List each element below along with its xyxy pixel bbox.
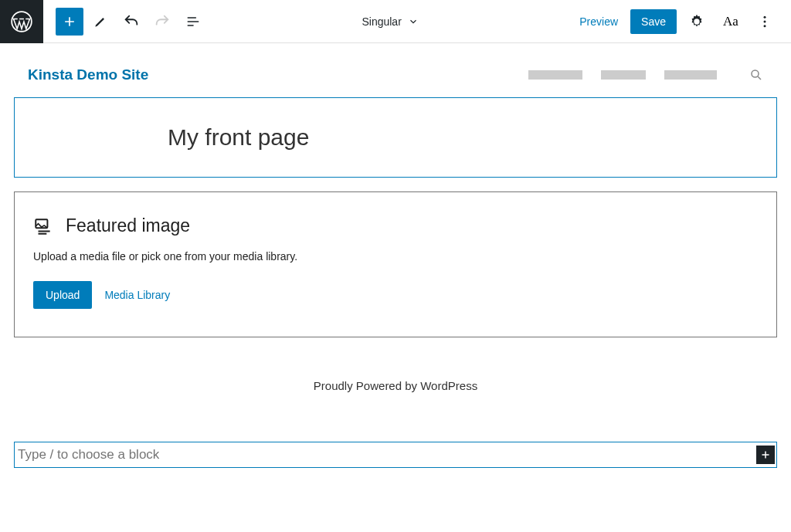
upload-button[interactable]: Upload (33, 281, 92, 309)
appender-add-button[interactable] (756, 446, 775, 464)
plus-icon (62, 14, 77, 29)
add-block-button[interactable] (56, 8, 83, 36)
edit-tool-button[interactable] (87, 8, 114, 36)
gear-icon (688, 13, 705, 30)
featured-image-icon (33, 216, 53, 236)
nav-placeholder-item (664, 70, 717, 80)
wordpress-logo-icon (11, 11, 32, 32)
block-appender[interactable]: Type / to choose a block (14, 442, 777, 468)
settings-button[interactable] (683, 8, 711, 36)
page-title[interactable]: My front page (168, 124, 762, 151)
svg-point-4 (752, 70, 759, 77)
plus-icon (759, 448, 772, 462)
list-view-button[interactable] (179, 8, 207, 36)
navigation-placeholder[interactable] (528, 68, 763, 82)
svg-point-2 (764, 20, 766, 22)
chevron-down-icon (408, 16, 419, 27)
featured-block-description: Upload a media file or pick one from you… (33, 250, 758, 263)
appender-placeholder[interactable]: Type / to choose a block (16, 444, 756, 466)
featured-image-block[interactable]: Featured image Upload a media file or pi… (14, 191, 777, 337)
pencil-icon (93, 14, 108, 29)
undo-button[interactable] (117, 8, 145, 36)
nav-placeholder-item (528, 70, 582, 80)
more-options-button[interactable] (751, 8, 779, 36)
save-button[interactable]: Save (630, 9, 677, 34)
kebab-menu-icon (757, 14, 772, 29)
list-view-icon (185, 14, 201, 29)
footer-credit[interactable]: Proudly Powered by WordPress (14, 379, 777, 392)
preview-button[interactable]: Preview (573, 11, 624, 32)
template-label: Singular (362, 15, 401, 28)
editor-canvas: Kinsta Demo Site My front page Featured … (0, 43, 791, 468)
site-title[interactable]: Kinsta Demo Site (28, 66, 148, 83)
editor-top-toolbar: Singular Preview Save Aa (0, 0, 791, 43)
redo-icon (154, 13, 171, 30)
search-icon[interactable] (749, 68, 763, 82)
typography-icon: Aa (723, 14, 738, 29)
post-title-block[interactable]: My front page (14, 97, 777, 178)
toolbar-left-group (43, 8, 207, 36)
featured-block-actions: Upload Media Library (33, 281, 758, 309)
toolbar-right-group: Preview Save Aa (573, 8, 791, 36)
template-selector[interactable]: Singular (207, 15, 573, 28)
featured-block-title: Featured image (66, 215, 190, 236)
svg-point-3 (764, 25, 766, 27)
styles-button[interactable]: Aa (717, 8, 745, 36)
wordpress-logo[interactable] (0, 0, 43, 43)
featured-block-header: Featured image (33, 215, 758, 236)
redo-button[interactable] (148, 8, 176, 36)
media-library-link[interactable]: Media Library (104, 289, 170, 301)
site-header-block[interactable]: Kinsta Demo Site (14, 66, 777, 97)
svg-point-1 (764, 15, 766, 18)
undo-icon (123, 13, 140, 30)
nav-placeholder-item (601, 70, 646, 80)
